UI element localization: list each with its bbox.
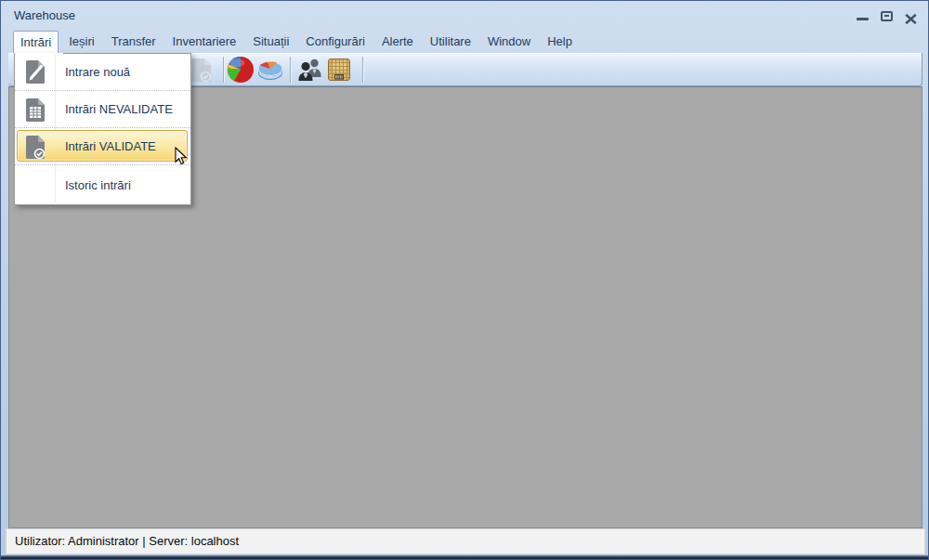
- menu-window[interactable]: Window: [481, 31, 537, 53]
- mouse-cursor-icon: [175, 147, 188, 166]
- toolbar-separator: [362, 57, 363, 83]
- minimize-button[interactable]: [857, 18, 869, 20]
- toolbar-pie-chart-button[interactable]: [226, 55, 255, 85]
- flat-pie-disc-icon: [255, 55, 285, 85]
- menu-item-intrari-nevalidate[interactable]: Intrări NEVALIDATE: [15, 91, 190, 128]
- validated-document-check-icon: [15, 133, 55, 161]
- menu-item-intrari-validate[interactable]: Intrări VALIDATE: [15, 128, 190, 165]
- toolbar-users-button[interactable]: [295, 55, 325, 85]
- menu-transfer[interactable]: Transfer: [105, 31, 163, 53]
- toolbar-separator: [290, 57, 291, 83]
- intrari-dropdown-menu: Intrare nouă Intrări NEVALIDATE: [14, 53, 191, 205]
- window-controls: [857, 9, 917, 22]
- window-frame-bottom: [1, 555, 928, 559]
- new-entry-document-pencil-icon: [15, 58, 55, 85]
- menu-iesiri[interactable]: Ieșiri: [62, 31, 100, 53]
- app-window: Warehouse Intrări Ieșiri Transfer Invent…: [0, 0, 929, 560]
- menu-inventariere[interactable]: Inventariere: [166, 31, 243, 53]
- title-bar: Warehouse: [1, 1, 928, 29]
- close-button[interactable]: [905, 11, 917, 21]
- menu-intrari[interactable]: Intrări: [13, 31, 59, 53]
- pie-chart-3d-icon: [226, 55, 255, 85]
- restore-button[interactable]: [881, 11, 893, 21]
- users-icon: [296, 56, 324, 84]
- menu-alerte[interactable]: Alerte: [375, 31, 420, 53]
- menu-item-istoric-intrari[interactable]: Istoric intrări: [15, 165, 190, 204]
- toolbar-flat-pie-button[interactable]: [255, 55, 285, 85]
- menu-item-intrare-noua[interactable]: Intrare nouă: [15, 53, 190, 91]
- crate-icon: [325, 56, 353, 84]
- toolbar-separator: [223, 57, 224, 83]
- validated-document-icon: [188, 56, 216, 84]
- toolbar-crate-button[interactable]: [324, 55, 354, 85]
- unvalidated-document-table-icon: [15, 96, 55, 124]
- menu-configurari[interactable]: Configurări: [299, 31, 372, 53]
- window-title: Warehouse: [14, 8, 75, 22]
- menu-bar: Intrări Ieșiri Transfer Inventariere Sit…: [1, 29, 928, 53]
- menu-help[interactable]: Help: [541, 31, 579, 53]
- status-text: Utilizator: Administrator | Server: loca…: [15, 529, 239, 553]
- status-bar: Utilizator: Administrator | Server: loca…: [6, 528, 925, 554]
- menu-situatii[interactable]: Situații: [246, 31, 295, 53]
- menu-utilitare[interactable]: Utilitare: [424, 31, 478, 53]
- close-icon: [905, 14, 917, 24]
